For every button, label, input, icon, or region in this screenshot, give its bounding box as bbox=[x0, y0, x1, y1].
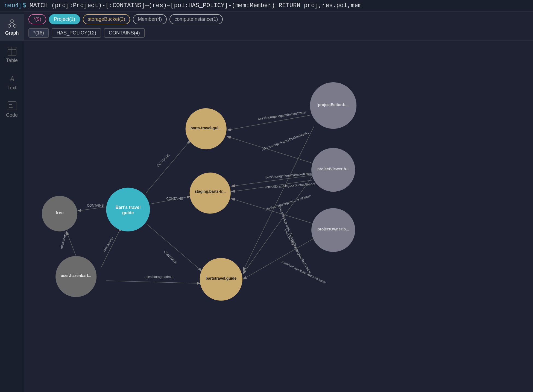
filter-member[interactable]: Member(4) bbox=[133, 14, 167, 24]
graph-svg: CONTAINS CONTAINS CONTAINS CONTAINS role… bbox=[24, 41, 533, 392]
graph-icon bbox=[7, 19, 17, 29]
svg-rect-6 bbox=[8, 47, 16, 55]
node-staging-barts[interactable] bbox=[190, 172, 231, 213]
node-user-hazenbart[interactable] bbox=[55, 256, 96, 297]
node-project-editor[interactable] bbox=[310, 82, 356, 129]
node-free[interactable] bbox=[42, 196, 77, 231]
node-barts-travel-gui[interactable] bbox=[186, 108, 227, 149]
filter-has-policy[interactable]: HAS_POLICY(12) bbox=[52, 28, 101, 38]
sidebar-item-graph[interactable]: Graph bbox=[0, 14, 24, 41]
code-icon bbox=[7, 101, 17, 111]
sidebar-item-table[interactable]: Table bbox=[0, 41, 24, 68]
edge-label-contains-2: CONTAINS bbox=[166, 197, 183, 201]
node-bartstravel-guide[interactable] bbox=[200, 258, 242, 301]
filter-computeinstance[interactable]: computeInstance(1) bbox=[169, 14, 223, 24]
svg-text:A: A bbox=[9, 74, 14, 83]
table-label: Table bbox=[6, 58, 18, 63]
edge-contains-3 bbox=[147, 225, 202, 271]
graph-canvas[interactable]: CONTAINS CONTAINS CONTAINS CONTAINS role… bbox=[24, 41, 533, 392]
node-project-owner[interactable] bbox=[311, 208, 355, 252]
text-label: Text bbox=[7, 85, 16, 91]
sidebar-item-text[interactable]: A Text bbox=[0, 68, 24, 96]
filter-all-rels[interactable]: *(16) bbox=[28, 28, 49, 38]
edge-label-contains-3: CONTAINS bbox=[163, 250, 177, 264]
graph-label: Graph bbox=[5, 30, 19, 36]
main-content: Graph Table A Text bbox=[0, 11, 533, 392]
graph-area: *(9) Project(1) storageBucket(3) Member(… bbox=[24, 11, 533, 392]
svg-line-4 bbox=[12, 22, 15, 25]
edge-label-pe-b1: roles/storage.legacyBucketOwner bbox=[257, 110, 307, 121]
sidebar-item-code[interactable]: Code bbox=[0, 96, 24, 123]
edge-label-contains-1: CONTAINS bbox=[156, 153, 171, 168]
edge-compu bbox=[66, 232, 76, 256]
edge-contains-1 bbox=[146, 140, 190, 193]
edge-label-contains-4: CONTAINS bbox=[87, 204, 104, 207]
query-text: MATCH (proj:Project)-[:CONTAINS]→(res)←[… bbox=[26, 2, 362, 9]
edge-label-compu: roles/compu... bbox=[60, 229, 69, 249]
svg-line-3 bbox=[9, 22, 12, 25]
edge-label-pv-b1: roles/storage.legacyBucketReader bbox=[261, 131, 309, 151]
svg-point-1 bbox=[8, 25, 11, 27]
svg-point-2 bbox=[13, 25, 16, 27]
filter-project[interactable]: Project(1) bbox=[49, 14, 80, 24]
svg-point-0 bbox=[11, 20, 13, 22]
filter-storagebucket[interactable]: storageBucket(3) bbox=[83, 14, 130, 24]
edge-admin bbox=[106, 281, 200, 283]
filter-all-nodes[interactable]: *(9) bbox=[28, 14, 46, 24]
edge-label-po-s: roles/storage.legacyBucketOwner bbox=[264, 194, 312, 212]
text-icon: A bbox=[7, 74, 17, 83]
top-bar: neo4j$ MATCH (proj:Project)-[:CONTAINS]→… bbox=[0, 0, 533, 11]
edge-label-admin: roles/storage.admin bbox=[144, 275, 173, 279]
table-icon bbox=[7, 46, 17, 56]
node-project-viewer[interactable] bbox=[311, 148, 355, 192]
code-label: Code bbox=[6, 112, 18, 118]
prompt: neo4j$ bbox=[4, 2, 26, 9]
node-barts-travel-guide[interactable] bbox=[106, 188, 150, 231]
edge-pv-b1 bbox=[227, 136, 312, 163]
edge-po-s bbox=[231, 198, 312, 223]
filter-contains[interactable]: CONTAINS(4) bbox=[104, 28, 145, 38]
sidebar: Graph Table A Text bbox=[0, 11, 24, 392]
edge-label-pv-s: roles/storage.legacyBucketReader bbox=[265, 182, 315, 189]
filter-bar: *(9) Project(1) storageBucket(3) Member(… bbox=[24, 11, 533, 41]
